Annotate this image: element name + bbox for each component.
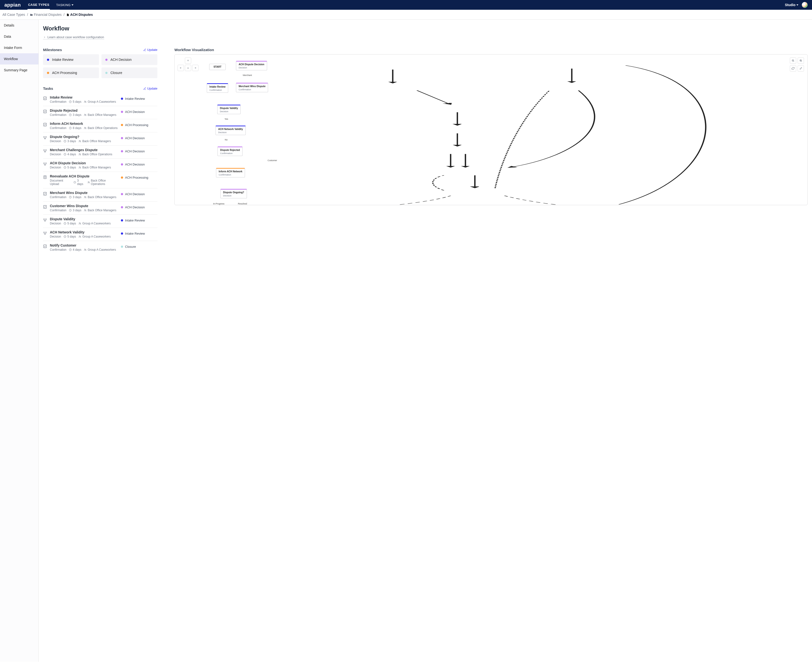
task-meta: Confirmation4 daysGroup A Caseworkers — [50, 248, 118, 251]
task-type: Decision — [50, 139, 61, 143]
sidebar-item-summary-page[interactable]: Summary Page — [0, 65, 39, 76]
edge-label-yes: Yes — [224, 118, 228, 120]
svg-point-17 — [80, 141, 81, 141]
milestone-ach-processing[interactable]: ACH Processing — [43, 68, 99, 78]
zoom-out-button[interactable] — [790, 57, 796, 64]
svg-point-22 — [79, 154, 80, 154]
task-meta: Confirmation8 daysBack Office Operations — [50, 126, 118, 130]
svg-point-10 — [84, 127, 85, 128]
studio-switcher[interactable]: Studio — [785, 3, 798, 7]
svg-point-14 — [45, 139, 45, 139]
viz-zoom-controls — [790, 57, 804, 71]
viz-node-ach-dispute-decision[interactable]: ACH Dispute Decision Decision — [236, 61, 267, 70]
task-row[interactable]: Inform ACH NetworkConfirmation8 daysBack… — [43, 119, 157, 133]
milestone-closure[interactable]: Closure — [102, 68, 157, 78]
top-nav: appian CASE TYPES TASKING Studio — [0, 0, 812, 10]
svg-rect-39 — [44, 205, 47, 209]
svg-rect-4 — [44, 110, 47, 113]
nav-tasking[interactable]: TASKING — [56, 1, 74, 9]
task-row[interactable]: Customer Wins DisputeConfirmation3 daysB… — [43, 202, 157, 215]
milestone-ach-decision[interactable]: ACH Decision — [102, 54, 157, 65]
svg-point-50 — [46, 232, 47, 233]
viz-node-start[interactable]: START — [209, 64, 226, 70]
check-icon — [43, 123, 47, 126]
file-icon — [66, 13, 69, 16]
arrow-down-icon — [187, 67, 189, 69]
tasks-update-link[interactable]: Update — [143, 87, 157, 90]
sidebar-item-details[interactable]: Details — [0, 20, 39, 31]
viz-node-inform-ach[interactable]: Inform ACH Network Confirmation — [216, 168, 245, 178]
edge-label-no: No — [225, 139, 228, 141]
task-sla: 5 days — [63, 166, 76, 169]
learn-link[interactable]: Learn about case workflow configuration — [43, 35, 104, 39]
svg-point-7 — [86, 115, 86, 115]
task-row[interactable]: ACH Network ValidityDecision5 daysGroup … — [43, 228, 157, 241]
task-milestone: Intake Review — [121, 232, 157, 235]
task-row[interactable]: Intake ReviewConfirmation5 daysGroup A C… — [43, 93, 157, 106]
svg-point-53 — [79, 236, 80, 236]
task-type: Confirmation — [50, 100, 66, 103]
milestone-color-dot — [121, 246, 123, 248]
svg-point-3 — [86, 101, 86, 102]
task-milestone: ACH Processing — [121, 176, 157, 179]
pan-left-button[interactable] — [178, 65, 184, 71]
milestone-intake-review[interactable]: Intake Review — [43, 54, 99, 65]
viz-node-intake-review[interactable]: Intake Review Confirmation — [207, 83, 228, 93]
task-meta: Decision5 daysBack Office Managers — [50, 166, 118, 169]
milestone-color-dot — [121, 233, 123, 234]
task-type: Decision — [50, 153, 61, 156]
avatar[interactable] — [802, 2, 808, 8]
zoom-out-icon — [791, 59, 794, 62]
sidebar-item-intake-form[interactable]: Intake Form — [0, 42, 39, 53]
task-title: Dispute Validity — [50, 217, 118, 221]
task-row[interactable]: Dispute ValidityDecision5 daysGroup A Ca… — [43, 215, 157, 228]
task-meta: Confirmation3 daysBack Office Managers — [50, 209, 118, 212]
task-title: Dispute Ongoing? — [50, 135, 118, 139]
milestone-color-dot — [121, 150, 123, 152]
task-title: ACH Dispute Decision — [50, 161, 118, 165]
viz-node-dispute-ongoing[interactable]: Dispute Ongoing? Decision — [220, 189, 247, 198]
zoom-in-button[interactable] — [797, 57, 804, 64]
task-title: Notify Customer — [50, 243, 118, 247]
sidebar-item-workflow[interactable]: Workflow — [0, 53, 39, 65]
task-group: Back Office Operations — [78, 153, 112, 156]
sidebar-item-data[interactable]: Data — [0, 31, 39, 42]
crumb-folder[interactable]: Financial Disputes — [30, 13, 61, 16]
task-row[interactable]: Merchant Wins DisputeConfirmation3 daysB… — [43, 188, 157, 202]
milestone-color-dot — [47, 72, 49, 74]
task-sla: 5 days — [63, 235, 76, 238]
task-row[interactable]: Merchant Challenges DisputeDecision4 day… — [43, 146, 157, 159]
tasks-heading: Tasks — [43, 86, 143, 91]
task-meta: Decision5 daysGroup A Caseworkers — [50, 222, 118, 225]
page-title: Workflow — [43, 25, 808, 32]
viz-pan-controls — [178, 57, 199, 71]
svg-rect-55 — [44, 245, 47, 248]
task-row[interactable]: Reevaluate ACH DisputeDocument Upload3 d… — [43, 172, 157, 188]
svg-point-51 — [45, 234, 45, 234]
viz-node-dispute-validity[interactable]: Dispute Validity Decision — [217, 105, 241, 114]
nav-case-types[interactable]: CASE TYPES — [27, 0, 50, 10]
task-meta: Decision5 daysGroup A Caseworkers — [50, 235, 118, 238]
crumb-all-case-types[interactable]: All Case Types — [2, 13, 25, 16]
fit-button[interactable] — [797, 65, 804, 71]
arrow-left-icon — [179, 67, 182, 69]
task-group: Back Office Managers — [84, 209, 116, 212]
pan-up-button[interactable] — [185, 57, 191, 64]
task-row[interactable]: ACH Dispute DecisionDecision5 daysBack O… — [43, 159, 157, 172]
pan-down-button[interactable] — [185, 65, 191, 71]
viz-node-dispute-rejected[interactable]: Dispute Rejected Confirmation — [218, 147, 242, 156]
reset-button[interactable] — [790, 65, 796, 71]
breadcrumb: All Case Types / Financial Disputes / AC… — [0, 10, 812, 20]
task-row[interactable]: Dispute Ongoing?Decision3 daysBack Offic… — [43, 133, 157, 146]
task-row[interactable]: Dispute RejectedConfirmation3 daysBack O… — [43, 106, 157, 119]
viz-node-merchant-wins[interactable]: Merchant Wins Dispute Confirmation — [236, 83, 268, 92]
task-row[interactable]: Notify CustomerConfirmation4 daysGroup A… — [43, 241, 157, 254]
crumb-current: ACH Disputes — [66, 13, 93, 16]
task-milestone: ACH Decision — [121, 149, 157, 153]
task-type: Confirmation — [50, 209, 66, 212]
pan-right-button[interactable] — [192, 65, 199, 71]
svg-point-34 — [89, 182, 89, 182]
task-meta: Decision3 daysBack Office Managers — [50, 139, 118, 143]
milestones-update-link[interactable]: Update — [143, 48, 157, 52]
viz-node-ach-network-validity[interactable]: ACH Network Validity Decision — [216, 126, 246, 135]
